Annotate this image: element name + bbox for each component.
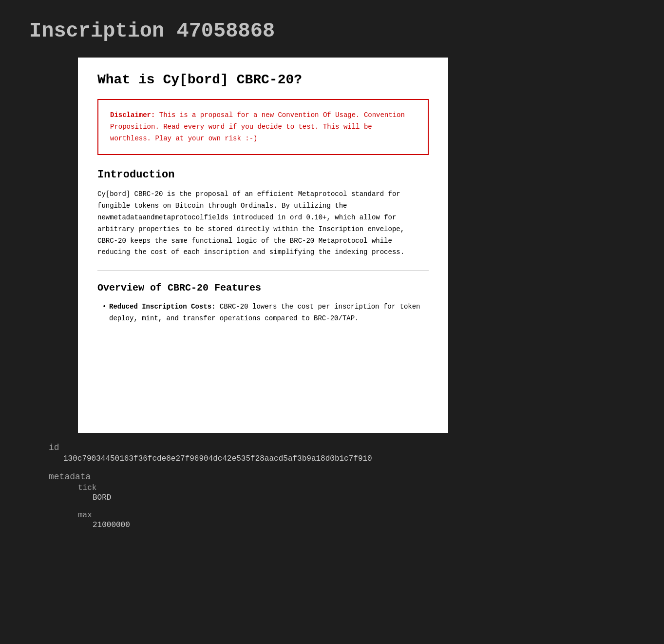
content-main-title: What is Cy[bord] CBRC-20?	[97, 72, 429, 87]
page-container: Inscription 47058868 What is Cy[bord] CB…	[0, 0, 664, 558]
disclaimer-box: Disclaimer: This is a proposal for a new…	[97, 99, 429, 155]
disclaimer-label: Disclaimer:	[110, 111, 155, 119]
tick-field-group: tick BORD	[78, 484, 615, 502]
id-label: id	[49, 443, 615, 452]
introduction-paragraph: Cy[bord] CBRC-20 is the proposal of an e…	[97, 189, 429, 258]
feature-bold-label: Reduced Inscription Costs:	[109, 303, 215, 311]
id-field-group: id 130c79034450163f36fcde8e27f96904dc42e…	[49, 443, 615, 463]
max-field-group: max 21000000	[78, 511, 615, 529]
metadata-nested: tick BORD max 21000000	[78, 484, 615, 529]
introduction-heading: Introduction	[97, 169, 429, 181]
list-item: Reduced Inscription Costs: CBRC-20 lower…	[102, 301, 429, 325]
id-value: 130c79034450163f36fcde8e27f96904dc42e535…	[63, 454, 615, 463]
tick-label: tick	[78, 484, 615, 492]
metadata-field-group: metadata tick BORD max 21000000	[49, 472, 615, 529]
page-title: Inscription 47058868	[29, 20, 635, 43]
metaprotocol-code: metaprotocol	[155, 214, 204, 221]
feature-list: Reduced Inscription Costs: CBRC-20 lower…	[97, 301, 429, 325]
metadata-section: id 130c79034450163f36fcde8e27f96904dc42e…	[29, 443, 635, 529]
max-value: 21000000	[93, 521, 615, 529]
section-divider	[97, 270, 429, 271]
metadata-label: metadata	[49, 472, 615, 482]
inscription-frame: What is Cy[bord] CBRC-20? Disclaimer: Th…	[78, 58, 448, 433]
overview-heading: Overview of CBRC-20 Features	[97, 282, 429, 293]
metadata-code: metadata	[110, 214, 142, 221]
tick-value: BORD	[93, 493, 615, 502]
max-label: max	[78, 511, 615, 520]
